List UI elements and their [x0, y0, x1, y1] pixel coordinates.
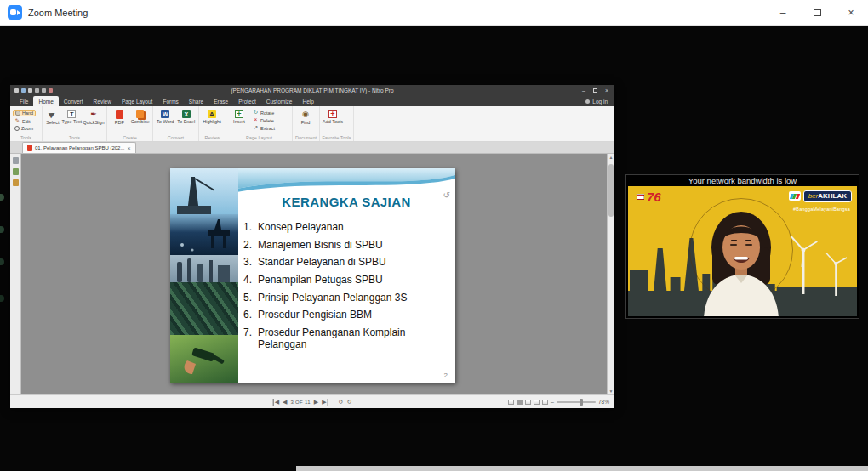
single-page-view-icon[interactable] — [508, 400, 514, 405]
bookmarks-panel-icon[interactable] — [13, 168, 19, 175]
nitro-ribbon: Hand ✎ Edit Zoom Tools ▶ Select T Typ — [10, 106, 614, 142]
window-controls: – × — [766, 0, 868, 25]
tab-page-layout[interactable]: Page Layout — [117, 96, 158, 106]
group-label: Review — [199, 135, 226, 140]
pages-panel-icon[interactable] — [13, 157, 19, 164]
nitro-close-button[interactable]: × — [605, 88, 608, 94]
list-item: 4.Penampilan Petugas SPBU — [243, 274, 437, 286]
vertical-scrollbar[interactable]: ▲ ▼ — [607, 154, 614, 394]
rotate-view-cw-button[interactable]: ↻ — [346, 399, 351, 406]
participant-woman — [690, 203, 792, 316]
open-icon[interactable] — [14, 88, 19, 93]
print-icon[interactable] — [28, 88, 32, 93]
combine-pages-icon — [136, 110, 144, 118]
insert-page-icon: + — [235, 110, 243, 118]
to-excel-button[interactable]: X To Excel — [177, 108, 197, 134]
comments-panel-icon[interactable] — [13, 179, 19, 186]
zoom-out-icon[interactable]: – — [551, 399, 554, 405]
tab-review[interactable]: Review — [89, 96, 117, 106]
document-tab[interactable]: 01. Pelayanan Pelanggan SPBU (202... × — [22, 142, 136, 153]
maximize-button[interactable] — [800, 0, 834, 25]
insert-button[interactable]: + Insert — [229, 108, 249, 134]
fit-page-icon[interactable] — [542, 400, 548, 405]
nitro-minimize-button[interactable]: – — [582, 88, 585, 94]
highlight-button[interactable]: A Highlight — [202, 108, 222, 134]
tab-file[interactable]: File — [14, 96, 33, 106]
zoom-controls: – 78% — [508, 395, 609, 408]
group-label: Tools — [43, 135, 106, 140]
participant-video-tile[interactable]: Your network bandwidth is low — [625, 174, 859, 319]
hut-ri-76-logo: 76 — [637, 190, 661, 203]
extract-icon: ↗ — [253, 125, 259, 131]
pen-nib-icon: ✒ — [89, 110, 99, 119]
participant-video: 76 berAKHLAK #BanggaMelayaniBangsa — [628, 186, 857, 316]
tab-share[interactable]: Share — [184, 96, 208, 106]
edit-button[interactable]: ✎ Edit — [13, 118, 36, 124]
rotate-button[interactable]: ↻ Rotate — [251, 110, 277, 116]
photo-fuel-nozzle — [170, 335, 238, 383]
zoom-slider-thumb[interactable] — [580, 399, 583, 406]
maximize-icon — [814, 9, 821, 16]
type-text-button[interactable]: T Type Text — [62, 108, 82, 134]
group-label: Page Layout — [226, 135, 292, 140]
hand-tool-button[interactable]: Hand — [13, 110, 36, 116]
facing-view-icon[interactable] — [525, 400, 531, 405]
nitro-restore-button[interactable] — [593, 88, 597, 93]
slide-refresh-icon: ↺ — [443, 190, 450, 200]
scrollbar-thumb[interactable] — [608, 164, 614, 217]
tab-home[interactable]: Home — [33, 96, 58, 106]
group-label: Convert — [153, 135, 198, 140]
save-icon[interactable] — [21, 88, 26, 93]
redo-icon[interactable] — [42, 88, 46, 93]
group-label: Document — [293, 135, 319, 140]
page-navigation: ◀ ◀ 3 OF 11 ▶ ▶ ↺ ↻ — [273, 395, 352, 408]
last-page-button[interactable]: ▶ — [322, 399, 328, 406]
zoom-app-icon — [8, 5, 22, 20]
previous-page-button[interactable]: ◀ — [283, 399, 287, 406]
zoom-slider[interactable] — [557, 401, 596, 403]
ribbon-group-page-layout: + Insert ↻ Rotate × Delete ↗ Extract Pag… — [226, 106, 293, 141]
ribbon-group-review: A Highlight Review — [199, 106, 226, 141]
extract-button[interactable]: ↗ Extract — [251, 125, 277, 131]
tab-erase[interactable]: Erase — [208, 96, 233, 106]
qat-extra-icon[interactable] — [49, 88, 53, 93]
undo-icon[interactable] — [35, 88, 39, 93]
berakhlak-hashtag: #BanggaMelayaniBangsa — [793, 207, 850, 212]
edit-pencil-icon: ✎ — [14, 118, 20, 124]
pdf-page-icon — [116, 110, 123, 119]
tab-convert[interactable]: Convert — [59, 96, 89, 106]
ribbon-group-document: ◉ Find Document — [293, 106, 320, 141]
next-page-button[interactable]: ▶ — [314, 399, 318, 406]
to-word-button[interactable]: W To Word — [156, 108, 175, 134]
close-tab-icon[interactable]: × — [127, 145, 130, 151]
scroll-up-icon[interactable]: ▲ — [608, 155, 614, 160]
login-button[interactable]: Log in — [585, 96, 608, 106]
continuous-view-icon[interactable] — [517, 400, 523, 405]
slide-header-wave — [237, 168, 455, 194]
tab-forms[interactable]: Forms — [157, 96, 183, 106]
tab-help[interactable]: Help — [298, 96, 319, 106]
close-button[interactable]: × — [834, 0, 868, 25]
add-tools-button[interactable]: + Add Tools — [323, 108, 343, 134]
highlight-icon: A — [208, 110, 216, 118]
list-item: 3.Standar Pelayanan di SPBU — [243, 256, 437, 268]
tab-protect[interactable]: Protect — [233, 96, 261, 106]
delete-icon: × — [253, 117, 259, 123]
navigation-panel-strip — [10, 154, 21, 394]
pdf-file-icon — [27, 145, 32, 151]
select-button[interactable]: ▶ Select — [45, 108, 60, 134]
first-page-button[interactable]: ◀ — [273, 399, 279, 406]
zoom-tool-button[interactable]: Zoom — [13, 126, 36, 131]
tab-customize[interactable]: Customize — [261, 96, 298, 106]
fit-width-icon[interactable] — [534, 400, 540, 405]
delete-button[interactable]: × Delete — [251, 117, 277, 123]
rotate-view-ccw-button[interactable]: ↺ — [339, 399, 344, 406]
find-button[interactable]: ◉ Find — [295, 108, 316, 134]
minimize-button[interactable]: – — [766, 0, 800, 25]
combine-button[interactable]: Combine — [131, 108, 151, 134]
pdf-button[interactable]: PDF — [110, 108, 129, 134]
nitro-statusbar: ◀ ◀ 3 OF 11 ▶ ▶ ↺ ↻ – 78% — [10, 394, 614, 408]
quicksign-button[interactable]: ✒ QuickSign — [83, 108, 104, 134]
scroll-down-icon[interactable]: ▼ — [608, 389, 614, 394]
quick-access-toolbar[interactable] — [14, 88, 53, 93]
